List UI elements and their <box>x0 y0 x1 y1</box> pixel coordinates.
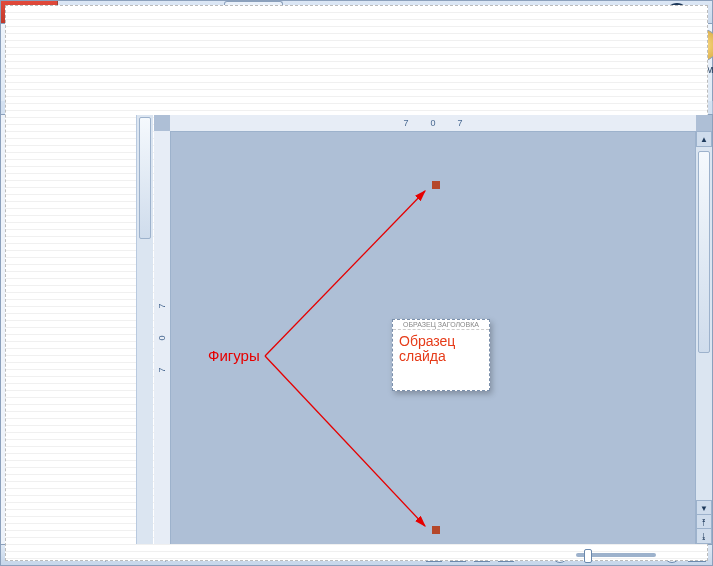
shape-marker-top[interactable] <box>432 181 440 189</box>
annotation-label: Фигуры <box>208 347 260 364</box>
scroll-up-icon[interactable]: ▲ <box>696 131 712 147</box>
workspace: 1 707 707 ▲ ▼ ⭱ ⭳ <box>1 115 712 544</box>
ruler-horizontal: 707 <box>170 115 696 132</box>
editor-canvas-area: 707 707 ▲ ▼ ⭱ ⭳ Фигуры <box>154 115 712 544</box>
layout-thumb[interactable] <box>33 425 130 477</box>
canvas-scrollbar[interactable]: ▲ ▼ ⭱ ⭳ <box>695 131 712 544</box>
slide-canvas[interactable]: Фигуры ОБРАЗЕЦ ЗАГОЛОВКА Образецслайда <box>170 131 696 544</box>
placeholder-header: ОБРАЗЕЦ ЗАГОЛОВКА <box>393 320 489 330</box>
slide-master-placeholder[interactable]: ОБРАЗЕЦ ЗАГОЛОВКА Образецслайда <box>392 319 490 391</box>
placeholder-body: Образецслайда <box>393 330 489 368</box>
next-slide-icon[interactable]: ⭳ <box>696 528 712 544</box>
zoom-slider[interactable] <box>576 553 656 557</box>
thumbs-scrollbar[interactable] <box>136 115 153 544</box>
slide-thumbnails-pane: 1 <box>1 115 154 544</box>
shape-marker-bottom[interactable] <box>432 526 440 534</box>
ruler-vertical: 707 <box>154 131 171 544</box>
